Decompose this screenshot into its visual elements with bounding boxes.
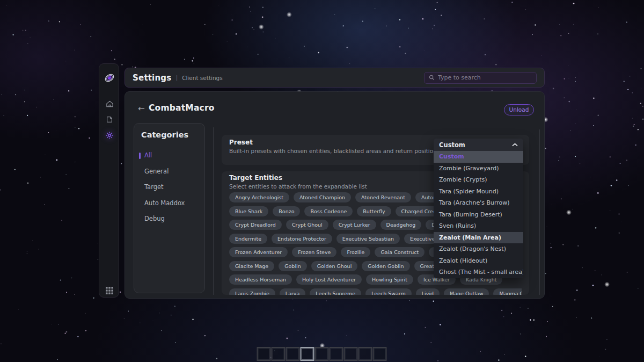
entity-chip-goblin[interactable]: Goblin	[279, 261, 307, 271]
settings-header-bar: Settings | Client settings	[125, 68, 545, 88]
entity-chip-golden-ghoul[interactable]: Golden Ghoul	[311, 261, 358, 271]
entity-chip-frozen-steve[interactable]: Frozen Steve	[292, 247, 336, 257]
grid-icon[interactable]	[99, 284, 120, 297]
category-item-all[interactable]: All	[134, 148, 204, 164]
dropdown-option-zombie-graveyard[interactable]: Zombie (Graveyard)	[434, 163, 523, 175]
dropdown-option-custom[interactable]: Custom	[434, 151, 523, 163]
category-item-label: Target	[144, 183, 164, 191]
entity-chip-executive-sebastian[interactable]: Executive Sebastian	[336, 234, 400, 244]
entity-chip-endstone-protector[interactable]: Endstone Protector	[272, 234, 332, 244]
hotbar-slot-5[interactable]	[315, 347, 329, 361]
entity-chip-atoned-champion[interactable]: Atoned Champion	[294, 192, 351, 202]
entity-chip-frozille[interactable]: Frozille	[341, 247, 370, 257]
preset-dropdown-options: CustomZombie (Graveyard)Zombie (Crypts)T…	[434, 151, 523, 278]
categories-list: AllGeneralTargetAuto MaddoxDebug	[134, 148, 204, 227]
entity-chip-deadgehog[interactable]: Deadgehog	[380, 220, 422, 230]
entity-chip-row: Lapis ZombieLarvaLeech SupremeLeech Swar…	[229, 288, 522, 295]
entity-chip-mage-outlaw[interactable]: Mage Outlaw	[444, 288, 489, 295]
dropdown-option-ghost-the-mist-small-area[interactable]: Ghost (The Mist - small area)	[434, 266, 523, 278]
categories-title: Categories	[134, 124, 204, 139]
entity-chip-leech-supreme[interactable]: Leech Supreme	[310, 288, 361, 295]
entity-chip-frozen-adventurer[interactable]: Frozen Adventurer	[229, 247, 288, 257]
settings-title: Settings	[133, 73, 171, 83]
dropdown-option-tara-arachne-s-burrow[interactable]: Tara (Arachne's Burrow)	[434, 197, 523, 209]
category-item-label: Debug	[144, 215, 165, 222]
dropdown-option-zealot-dragon-s-nest[interactable]: Zealot (Dragon's Nest)	[434, 243, 523, 255]
entity-chip-glacite-mage[interactable]: Glacite Mage	[229, 261, 274, 271]
vertical-divider	[213, 127, 214, 295]
dropdown-option-zealot-main-area[interactable]: Zealot (Main Area)	[434, 232, 523, 244]
page-title: CombatMacro	[149, 103, 215, 113]
search-box[interactable]	[424, 72, 537, 84]
preset-dropdown-value: Custom	[439, 141, 465, 149]
entity-chip-golden-goblin[interactable]: Golden Goblin	[362, 261, 409, 271]
entity-chip-bonzo[interactable]: Bonzo	[273, 206, 300, 216]
hotbar-slot-9[interactable]	[373, 347, 387, 361]
entity-chip-gaia-construct[interactable]: Gaia Construct	[375, 247, 425, 257]
entity-chip-headless-horseman[interactable]: Headless Horseman	[229, 274, 292, 285]
entity-chip-endermite[interactable]: Endermite	[229, 234, 267, 244]
dropdown-option-tara-burning-desert[interactable]: Tara (Burning Desert)	[434, 209, 523, 221]
title-separator: |	[175, 74, 178, 81]
desktop-background: Settings | Client settings ← CombatMacro…	[0, 0, 644, 362]
dropdown-option-sven-ruins[interactable]: Sven (Ruins)	[434, 220, 523, 232]
chevron-up-icon	[512, 143, 518, 147]
home-icon[interactable]	[99, 97, 120, 110]
hotbar-slot-6[interactable]	[330, 347, 343, 361]
hotbar-slot-4[interactable]	[301, 347, 314, 361]
category-item-target[interactable]: Target	[134, 179, 204, 196]
entity-chip-angry-archeologist[interactable]: Angry Archeologist	[229, 192, 289, 202]
client-logo-icon[interactable]	[99, 71, 120, 84]
hotbar-slot-1[interactable]	[257, 347, 271, 361]
dropdown-option-zealot-hideout[interactable]: Zealot (Hideout)	[434, 255, 523, 267]
entity-chip-blue-shark[interactable]: Blue Shark	[229, 206, 268, 216]
preset-dropdown-header[interactable]: Custom	[434, 139, 523, 151]
entity-chip-holy-lost-adventurer[interactable]: Holy Lost Adventurer	[296, 274, 362, 285]
active-category-bar	[139, 153, 141, 159]
category-item-label: General	[144, 168, 169, 175]
hotbar-slot-3[interactable]	[286, 347, 300, 361]
category-item-label: Auto Maddox	[144, 199, 185, 207]
entity-chip-magma-cube[interactable]: Magma Cube	[493, 288, 522, 295]
entity-chip-boss-corleone[interactable]: Boss Corleone	[304, 206, 353, 216]
hotbar-slot-2[interactable]	[272, 347, 286, 361]
category-item-general[interactable]: General	[134, 164, 204, 180]
minecraft-hotbar	[257, 347, 387, 361]
preset-dropdown: Custom CustomZombie (Graveyard)Zombie (C…	[434, 139, 523, 278]
back-arrow-icon[interactable]: ←	[138, 104, 145, 113]
entity-chip-lapis-zombie[interactable]: Lapis Zombie	[229, 288, 275, 295]
hotbar-slot-8[interactable]	[358, 347, 372, 361]
category-item-auto-maddox[interactable]: Auto Maddox	[134, 196, 204, 212]
entity-chip-butterfly[interactable]: Butterfly	[357, 206, 391, 216]
sidebar-icon-rail	[99, 63, 119, 298]
unload-button[interactable]: Unload	[504, 104, 534, 115]
dropdown-option-tara-spider-mound[interactable]: Tara (Spider Mound)	[434, 186, 523, 198]
category-item-label: All	[144, 151, 152, 159]
category-item-debug[interactable]: Debug	[134, 211, 204, 227]
entity-chip-livid[interactable]: Livid	[416, 288, 440, 295]
settings-gear-icon[interactable]	[99, 129, 120, 142]
entity-chip-crypt-lurker[interactable]: Crypt Lurker	[333, 220, 376, 230]
entity-chip-howling-spirit[interactable]: Howling Spirit	[366, 274, 413, 285]
entity-chip-atoned-revenant[interactable]: Atoned Revenant	[355, 192, 411, 202]
entity-chip-leech-swarm[interactable]: Leech Swarm	[365, 288, 412, 295]
entity-chip-larva[interactable]: Larva	[280, 288, 305, 295]
entity-chip-crypt-ghoul[interactable]: Crypt Ghoul	[286, 220, 328, 230]
pages-icon[interactable]	[99, 113, 120, 126]
search-icon	[429, 75, 435, 81]
search-input[interactable]	[438, 74, 532, 81]
categories-card: Categories AllGeneralTargetAuto MaddoxDe…	[134, 123, 205, 293]
settings-subtitle: Client settings	[182, 75, 223, 81]
hotbar-slot-7[interactable]	[344, 347, 358, 361]
entity-chip-crypt-dreadlord[interactable]: Crypt Dreadlord	[229, 220, 282, 230]
dropdown-option-zombie-crypts[interactable]: Zombie (Crypts)	[434, 174, 523, 186]
scrollbar-track[interactable]	[539, 129, 540, 295]
